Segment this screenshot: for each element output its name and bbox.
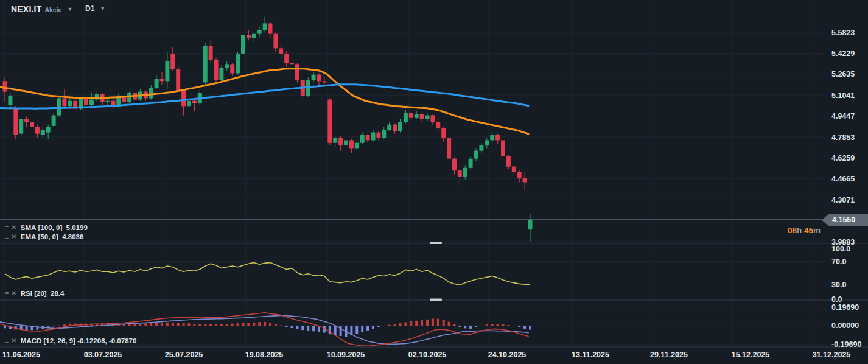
close-icon[interactable]: ✕ bbox=[11, 225, 16, 231]
candle-body bbox=[436, 122, 440, 128]
histogram-bar bbox=[361, 326, 363, 332]
histogram-bar bbox=[443, 320, 445, 326]
candle-body bbox=[360, 135, 365, 143]
close-icon[interactable]: ✕ bbox=[11, 290, 16, 296]
candle-body bbox=[268, 23, 273, 33]
panel-resize-handle[interactable] bbox=[430, 299, 442, 301]
histogram-bar bbox=[507, 325, 509, 326]
candle-body bbox=[46, 127, 51, 133]
histogram-bar bbox=[448, 322, 450, 326]
candle-body bbox=[295, 64, 299, 80]
macd-name: MACD bbox=[21, 337, 42, 345]
date-tick-label: 29.11.2025 bbox=[650, 351, 688, 359]
chevron-down-icon: ▼ bbox=[100, 5, 105, 12]
settings-icon[interactable]: ≡ bbox=[5, 338, 9, 345]
close-icon[interactable]: ✕ bbox=[11, 234, 16, 240]
macd-axis[interactable]: 0.196900.00000-0.19690 bbox=[831, 303, 861, 349]
candle-body bbox=[252, 34, 256, 38]
histogram-bar bbox=[469, 326, 472, 329]
price-axis[interactable]: 5.58235.42295.26355.10414.94474.78534.62… bbox=[831, 29, 855, 247]
rsi-tick-label: 70.0 bbox=[831, 257, 846, 266]
histogram-bar bbox=[458, 326, 461, 327]
ema-value: 4.8036 bbox=[62, 233, 83, 240]
candle-body bbox=[495, 135, 500, 141]
candle-body bbox=[41, 130, 45, 135]
histogram-bar bbox=[394, 324, 396, 326]
histogram-bar bbox=[215, 324, 217, 326]
price-tick-label: 4.4665 bbox=[831, 175, 855, 183]
candle-body bbox=[317, 75, 321, 82]
chart-canvas[interactable]: 5.58235.42295.26355.10414.94474.78534.62… bbox=[0, 0, 868, 364]
date-tick-label: 10.09.2025 bbox=[327, 351, 365, 359]
candle-body bbox=[155, 79, 159, 88]
candle-body bbox=[225, 64, 229, 68]
candle-body bbox=[219, 68, 223, 80]
symbol-selector[interactable]: NEXI.IT Akcie ▼ bbox=[11, 4, 72, 14]
candle-body bbox=[382, 130, 386, 138]
macd-tick-label: 0.19690 bbox=[831, 303, 859, 312]
histogram-bar bbox=[366, 326, 369, 331]
histogram-bar bbox=[144, 323, 147, 326]
histogram-bar bbox=[155, 323, 158, 326]
close-icon[interactable]: ✕ bbox=[11, 338, 16, 344]
candle-body bbox=[485, 141, 489, 146]
countdown-h-unit: h bbox=[797, 226, 802, 235]
macd-params: [12, 26, 9] bbox=[44, 337, 75, 345]
histogram-bar bbox=[529, 326, 531, 330]
timeframe-selector[interactable]: D1 ▼ bbox=[85, 4, 105, 13]
histogram-bar bbox=[193, 324, 195, 326]
histogram-bar bbox=[150, 323, 152, 326]
rsi-params: [20] bbox=[34, 290, 46, 297]
price-tick-label: 4.7853 bbox=[831, 133, 855, 142]
candle-body bbox=[441, 128, 446, 138]
histogram-bar bbox=[237, 323, 239, 326]
sma-params: [100, 0] bbox=[38, 224, 63, 231]
ema-name: EMA bbox=[21, 233, 37, 240]
candle-body bbox=[387, 125, 391, 130]
candle-body bbox=[479, 145, 483, 151]
candle-body bbox=[30, 122, 34, 127]
candle-body bbox=[52, 116, 56, 126]
histogram-bar bbox=[47, 326, 49, 327]
histogram-bar bbox=[183, 323, 185, 326]
candle-body bbox=[322, 81, 326, 82]
histogram-bar bbox=[275, 324, 277, 326]
candle-body bbox=[333, 138, 337, 143]
date-tick-label: 19.08.2025 bbox=[245, 351, 284, 359]
candle-body bbox=[430, 116, 435, 122]
candle-body bbox=[506, 156, 511, 166]
candle-body bbox=[192, 101, 197, 103]
candle-body bbox=[35, 127, 40, 134]
settings-icon[interactable]: ≡ bbox=[5, 225, 9, 231]
price-tick-label: 5.5823 bbox=[831, 29, 855, 37]
candle-body bbox=[181, 91, 186, 107]
candle-body bbox=[24, 119, 29, 122]
histogram-bar bbox=[399, 323, 402, 326]
settings-icon[interactable]: ≡ bbox=[5, 234, 9, 240]
panel-resize-handle[interactable] bbox=[430, 242, 442, 245]
histogram-bar bbox=[52, 326, 55, 326]
overlay-label-ema: ≡ ✕ EMA [50, 0] 4.8036 bbox=[5, 233, 83, 240]
timeframe-label: D1 bbox=[85, 4, 94, 13]
rsi-tick-label: 30.0 bbox=[831, 281, 846, 289]
candle-body bbox=[106, 101, 110, 102]
candle-body bbox=[247, 35, 251, 38]
rsi-axis[interactable]: 100.070.030.00.0 bbox=[831, 245, 850, 304]
histogram-bar bbox=[226, 324, 228, 326]
last-price-badge: 4.1550 bbox=[822, 214, 868, 226]
candle-body bbox=[501, 141, 505, 156]
grid-layer bbox=[0, 0, 825, 347]
price-tick-label: 5.2635 bbox=[831, 70, 855, 79]
price-tick-label: 4.9447 bbox=[831, 112, 855, 121]
candle-body bbox=[84, 98, 88, 105]
histogram-bar bbox=[486, 324, 488, 326]
histogram-bar bbox=[280, 326, 282, 326]
date-tick-label: 25.07.2025 bbox=[165, 351, 203, 359]
date-axis[interactable]: 11.06.202503.07.202525.07.202519.08.2025… bbox=[2, 351, 850, 359]
histogram-bar bbox=[426, 320, 429, 326]
settings-icon[interactable]: ≡ bbox=[5, 290, 9, 297]
ema-params: [50, 0] bbox=[38, 233, 58, 240]
candle-body bbox=[355, 143, 359, 149]
candle-body bbox=[62, 98, 66, 106]
candle-body bbox=[458, 170, 462, 177]
